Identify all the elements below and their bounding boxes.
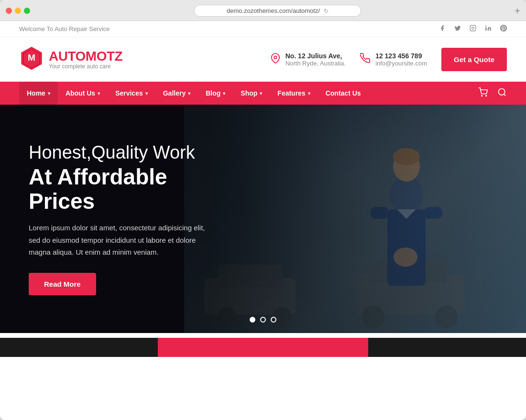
- slider-dot-3[interactable]: [271, 317, 276, 323]
- main-navbar: Home ▾ About Us ▾ Services ▾ Gallery ▾ B…: [0, 82, 526, 105]
- svg-point-2: [485, 25, 486, 26]
- logo-text: AUTOMOTZ Your complete auto care: [49, 49, 122, 70]
- browser-dots: [6, 8, 30, 14]
- hero-description: Lorem ipsum dolor sit amet, consectetur …: [29, 222, 210, 258]
- bottom-strip: [0, 338, 526, 357]
- logo-icon: M: [19, 46, 44, 73]
- url-text: demo.zozothemes.com/automotz/: [227, 7, 320, 14]
- chevron-down-icon: ▾: [223, 91, 225, 96]
- welcome-text: Welcome To Auto Repair Service: [19, 25, 110, 32]
- hero-section: Honest,Quality Work At Affordable Prices…: [0, 105, 526, 333]
- svg-point-8: [486, 95, 487, 96]
- get-quote-button[interactable]: Get a Quote: [441, 48, 507, 71]
- minimize-dot[interactable]: [15, 8, 21, 14]
- instagram-icon[interactable]: [470, 25, 476, 33]
- hero-title-light: Honest,Quality Work: [29, 142, 239, 163]
- phone-icon: [360, 53, 371, 66]
- svg-line-10: [504, 94, 506, 96]
- slider-dot-1[interactable]: [250, 317, 255, 323]
- refresh-icon[interactable]: ↻: [324, 8, 329, 14]
- address-contact: No. 12 Julius Ave, North Ryde, Australia…: [270, 52, 346, 67]
- nav-item-blog[interactable]: Blog ▾: [198, 82, 233, 105]
- nav-item-gallery[interactable]: Gallery ▾: [155, 82, 198, 105]
- chevron-down-icon: ▾: [98, 91, 100, 96]
- nav-item-contact[interactable]: Contact Us: [318, 82, 369, 105]
- read-more-button[interactable]: Read More: [29, 273, 96, 295]
- address-line1: No. 12 Julius Ave,: [285, 52, 346, 60]
- nav-icons: [478, 87, 507, 99]
- nav-item-about[interactable]: About Us ▾: [58, 82, 108, 105]
- twitter-icon[interactable]: [454, 25, 461, 33]
- nav-item-home[interactable]: Home ▾: [19, 82, 58, 105]
- chevron-down-icon: ▾: [145, 91, 148, 96]
- pinterest-icon[interactable]: [500, 25, 507, 33]
- svg-point-6: [274, 56, 277, 59]
- hero-title-bold: At Affordable Prices: [29, 165, 239, 213]
- chevron-down-icon: ▾: [260, 91, 262, 96]
- social-links: [439, 25, 507, 33]
- location-icon: [270, 53, 281, 66]
- phone-contact: 12 123 456 789 info@yoursite.com: [360, 52, 427, 67]
- linkedin-icon[interactable]: [485, 25, 492, 33]
- facebook-icon[interactable]: [439, 25, 446, 33]
- website-content: Welcome To Auto Repair Service: [0, 21, 526, 420]
- address-line2: North Ryde, Australia.: [285, 60, 346, 67]
- nav-item-features[interactable]: Features ▾: [270, 82, 318, 105]
- close-dot[interactable]: [6, 8, 12, 14]
- new-tab-button[interactable]: +: [515, 6, 520, 16]
- chevron-down-icon: ▾: [188, 91, 190, 96]
- slider-dots: [250, 317, 276, 323]
- nav-item-shop[interactable]: Shop ▾: [233, 82, 270, 105]
- browser-window: demo.zozothemes.com/automotz/ ↻ + Welcom…: [0, 0, 526, 420]
- phone-number: 12 123 456 789: [375, 52, 427, 60]
- logo[interactable]: M AUTOMOTZ Your complete auto care: [19, 46, 122, 73]
- svg-point-9: [499, 88, 505, 95]
- address-bar[interactable]: demo.zozothemes.com/automotz/ ↻: [194, 5, 361, 17]
- below-fold: [0, 333, 526, 362]
- chevron-down-icon: ▾: [48, 91, 50, 96]
- email-address: info@yoursite.com: [375, 60, 427, 67]
- svg-rect-0: [470, 25, 476, 31]
- logo-tagline: Your complete auto care: [49, 63, 122, 70]
- address-text: No. 12 Julius Ave, North Ryde, Australia…: [285, 52, 346, 67]
- slider-dot-2[interactable]: [260, 317, 266, 323]
- maximize-dot[interactable]: [24, 8, 30, 14]
- phone-text: 12 123 456 789 info@yoursite.com: [375, 52, 427, 67]
- logo-name: AUTOMOTZ: [49, 49, 122, 64]
- chevron-down-icon: ▾: [308, 91, 310, 96]
- top-bar: Welcome To Auto Repair Service: [0, 21, 526, 37]
- site-header: M AUTOMOTZ Your complete auto care N: [0, 37, 526, 82]
- header-contact: No. 12 Julius Ave, North Ryde, Australia…: [270, 48, 507, 71]
- svg-text:M: M: [28, 53, 35, 63]
- cart-icon[interactable]: [478, 87, 488, 99]
- hero-content: Honest,Quality Work At Affordable Prices…: [0, 142, 268, 295]
- search-icon[interactable]: [497, 87, 507, 99]
- nav-links: Home ▾ About Us ▾ Services ▾ Gallery ▾ B…: [19, 82, 369, 105]
- browser-chrome: demo.zozothemes.com/automotz/ ↻ +: [0, 0, 526, 21]
- svg-point-7: [482, 95, 482, 96]
- nav-item-services[interactable]: Services ▾: [108, 82, 155, 105]
